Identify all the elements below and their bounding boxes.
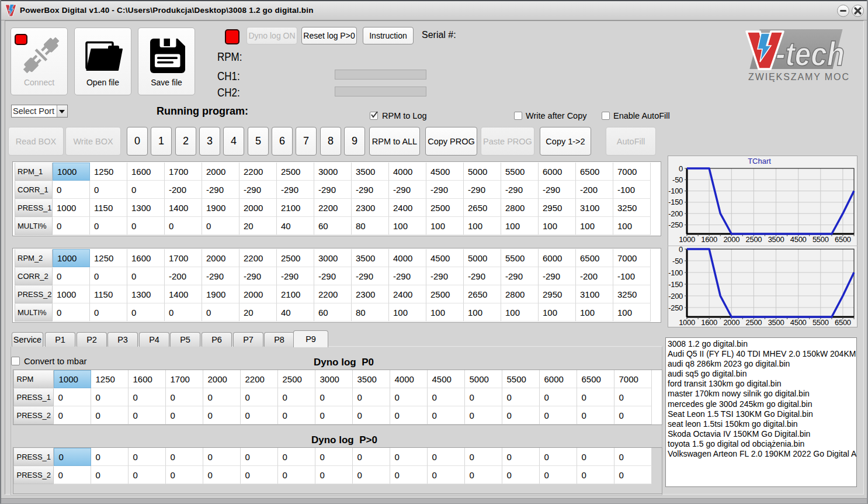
svg-text:2000: 2000 — [723, 235, 739, 244]
svg-text:2500: 2500 — [746, 318, 762, 327]
svg-text:1600: 1600 — [701, 318, 717, 327]
svg-text:3500: 3500 — [768, 318, 784, 327]
svg-text:5500: 5500 — [813, 235, 829, 244]
svg-text:-150: -150 — [668, 280, 683, 289]
svg-text:2000: 2000 — [723, 318, 739, 327]
svg-text:6500: 6500 — [835, 318, 851, 327]
svg-text:-200: -200 — [668, 292, 683, 301]
svg-text:0: 0 — [679, 164, 683, 173]
svg-text:-50: -50 — [672, 175, 683, 184]
svg-text:-tech: -tech — [776, 34, 845, 73]
svg-text:1000: 1000 — [679, 318, 695, 327]
svg-text:TChart: TChart — [748, 157, 771, 165]
svg-text:5500: 5500 — [813, 318, 829, 327]
svg-text:6500: 6500 — [835, 235, 851, 244]
svg-text:-150: -150 — [668, 198, 683, 206]
svg-text:-50: -50 — [672, 257, 683, 265]
svg-text:4500: 4500 — [790, 235, 807, 244]
svg-text:4500: 4500 — [790, 318, 807, 327]
svg-text:2500: 2500 — [746, 235, 762, 244]
svg-text:-200: -200 — [668, 209, 683, 218]
svg-text:-250: -250 — [668, 220, 683, 229]
svg-text:1000: 1000 — [679, 235, 695, 244]
svg-text:-250: -250 — [668, 303, 683, 312]
svg-text:-100: -100 — [668, 268, 683, 277]
svg-text:-100: -100 — [668, 187, 683, 195]
svg-text:1600: 1600 — [701, 235, 717, 244]
svg-text:3500: 3500 — [768, 235, 784, 244]
